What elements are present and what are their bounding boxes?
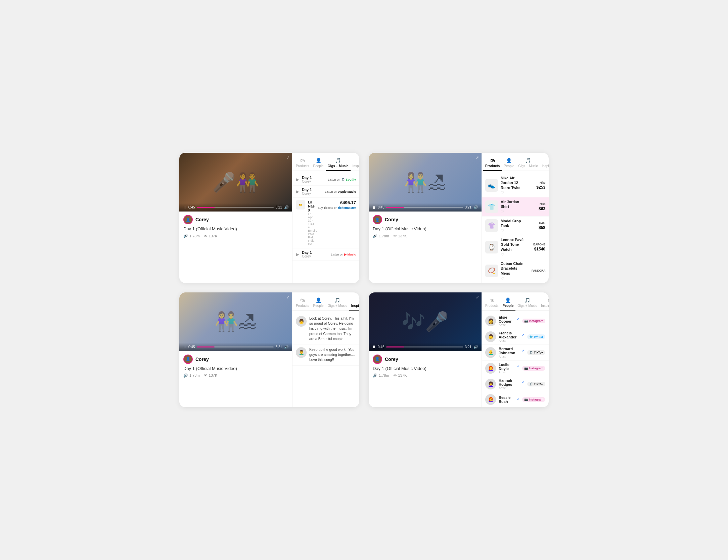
pause-button[interactable]: ⏸ xyxy=(183,205,186,209)
tab-label-products: Products xyxy=(485,304,498,308)
play-stat: 🔊1.78m xyxy=(183,234,200,238)
social-badge[interactable]: 📷 Instagram xyxy=(522,319,545,323)
gig-artist: Lil Nas X xyxy=(308,200,315,212)
tab-label-gigs_music: Gigs + Music xyxy=(517,304,537,308)
person-avatar: 👩 xyxy=(485,316,496,326)
product-wishlist-icon[interactable]: ♡ xyxy=(501,210,526,214)
tab-inspirations[interactable]: ⚙Inspirations xyxy=(351,156,359,171)
social-badge[interactable]: 🐦 Twitter xyxy=(527,334,545,339)
person-item[interactable]: 👩‍🦰Lucile Doyle✓Artist📷 Instagram xyxy=(482,361,549,376)
video-area[interactable]: ⤢🎤👫⏸0:453:21🔊 xyxy=(179,153,292,212)
person-item[interactable]: 👩Elsie Cooper✓Artist📷 Instagram xyxy=(482,313,549,329)
tab-people[interactable]: 👤People xyxy=(500,296,515,311)
tab-products[interactable]: 🛍Products xyxy=(483,156,502,171)
product-wishlist-icon[interactable]: ♡ xyxy=(501,191,526,195)
card-right-section: 🛍Products👤People🎵Gigs + Music⚙Inspiratio… xyxy=(482,153,549,283)
product-wishlist-icon[interactable]: ♡ xyxy=(501,276,526,281)
progress-bar[interactable] xyxy=(386,346,463,347)
card-info: 👤CoreyDay 1 (Official Music Video)🔊1.78m… xyxy=(369,212,482,242)
product-name: Air Jordan Shirt xyxy=(501,199,526,209)
music-item[interactable]: ▶Day 1CoreyListen on Apple Music xyxy=(292,186,359,198)
person-name: Elsie Cooper✓ xyxy=(499,315,519,323)
product-name: Nike Air Jordan 12 Retro Twist xyxy=(501,176,526,190)
listen-label: Listen on xyxy=(325,190,337,193)
person-name: Lucile Doyle✓ xyxy=(499,363,519,371)
volume-icon[interactable]: 🔊 xyxy=(284,205,289,209)
person-name-text: Francis Alexander xyxy=(499,331,521,339)
product-brand-price: BARONS$1540 xyxy=(529,243,545,251)
volume-icon[interactable]: 🔊 xyxy=(473,345,478,349)
video-title: Day 1 (Official Music Video) xyxy=(183,226,288,231)
tab-people[interactable]: 👤People xyxy=(502,156,516,171)
person-item[interactable]: 👩‍🦱Hannah Hodges✓Artist🎵 TikTok xyxy=(482,376,549,392)
social-badge[interactable]: 🎵 TikTok xyxy=(527,350,545,355)
person-role: Artist xyxy=(499,339,525,342)
tab-inspirations[interactable]: ⚙Inspirations xyxy=(349,296,359,311)
product-item[interactable]: 👟Nike Air Jordan 12 Retro Twist♡Nike$253 xyxy=(482,174,549,197)
tab-inspirations[interactable]: ⚙Inspirations xyxy=(539,296,549,311)
avatar[interactable]: 👤 xyxy=(183,355,193,364)
progress-fill xyxy=(386,207,404,208)
product-wishlist-icon[interactable]: ♡ xyxy=(501,252,526,257)
person-info: Lucile Doyle✓Artist xyxy=(499,363,519,374)
time-end: 3:21 xyxy=(276,205,282,209)
tab-products[interactable]: 🛍Products xyxy=(294,156,311,171)
progress-bar[interactable] xyxy=(197,346,273,347)
progress-bar[interactable] xyxy=(197,207,273,208)
gig-price: £495.17 xyxy=(340,200,356,205)
social-badge[interactable]: 📷 Instagram xyxy=(522,366,545,371)
gig-action[interactable]: £495.17Buy Tickets on ticketmaster xyxy=(318,200,356,209)
card-info-row: 👤Corey xyxy=(373,215,477,224)
play-music-icon: ▶ xyxy=(296,252,299,257)
tab-label-people: People xyxy=(504,164,514,168)
music-action[interactable]: Listen on Apple Music xyxy=(325,190,356,193)
music-item[interactable]: ▶Day 1CoreyListen on▶ Music xyxy=(292,248,359,261)
avatar[interactable]: 👤 xyxy=(373,215,382,224)
music-item[interactable]: ▶Day 1CoreyListen on🎵 Spotify xyxy=(292,174,359,186)
buy-tickets-button[interactable]: Buy Tickets on ticketmaster xyxy=(318,206,356,209)
inspiration-text: Look at Corey. This a hit. I'm so proud … xyxy=(309,316,356,341)
social-badge[interactable]: 🎵 TikTok xyxy=(527,382,545,386)
social-badge[interactable]: 📷 Instagram xyxy=(522,397,545,402)
video-area[interactable]: ⤢👫🏖⏸0:453:21🔊 xyxy=(179,292,292,351)
video-area[interactable]: ⤢👫🏖⏸0:453:21🔊 xyxy=(369,153,482,212)
product-item[interactable]: 👚Modal Crop Tank♡D&G$58 xyxy=(482,217,549,236)
play-count: 1.78m xyxy=(189,373,200,377)
volume-icon[interactable]: 🔊 xyxy=(284,345,289,349)
ticketmaster-link[interactable]: ticketmaster xyxy=(338,206,356,209)
product-item[interactable]: 👕Air Jordan Shirt♡Nike$63 xyxy=(482,197,549,217)
tab-products[interactable]: 🛍Products xyxy=(294,296,311,311)
volume-icon[interactable]: 🔊 xyxy=(473,205,478,209)
avatar[interactable]: 👤 xyxy=(183,215,193,224)
tab-inspirations[interactable]: ⚙Inspirations xyxy=(540,156,549,171)
tab-people[interactable]: 👤People xyxy=(311,296,325,311)
product-wishlist-icon[interactable]: ♡ xyxy=(501,229,526,233)
tab-icon-inspirations: ⚙ xyxy=(359,158,359,163)
music-action[interactable]: Listen on▶ Music xyxy=(331,253,356,256)
product-item[interactable]: 📿Cuban Chain Bracelets Mens♡PANDORA xyxy=(482,259,549,283)
pause-button[interactable]: ⏸ xyxy=(372,345,376,349)
tab-products[interactable]: 🛍Products xyxy=(483,296,500,311)
person-item[interactable]: 👩‍🦰Bessie Bush✓📷 Instagram xyxy=(482,392,549,407)
avatar[interactable]: 👤 xyxy=(373,355,382,364)
person-name-text: Hannah Hodges xyxy=(499,378,521,386)
verified-badge: ✓ xyxy=(522,333,525,337)
person-item[interactable]: 👨‍🦲Bernard Johnston✓Artist🎵 TikTok xyxy=(482,345,549,361)
tab-people[interactable]: 👤People xyxy=(311,156,325,171)
product-item[interactable]: ⌚Lennox Pavé Gold-Tone Watch♡BARONS$1540 xyxy=(482,235,549,259)
progress-bar[interactable] xyxy=(386,207,463,208)
tab-gigs_music[interactable]: 🎵Gigs + Music xyxy=(326,296,349,311)
video-overlay: ⏸0:453:21🔊 xyxy=(369,343,482,351)
tab-gigs_music[interactable]: 🎵Gigs + Music xyxy=(515,296,539,311)
tab-icon-products: 🛍 xyxy=(300,297,305,303)
tab-gigs_music[interactable]: 🎵Gigs + Music xyxy=(326,156,351,171)
video-area[interactable]: ⤢🎶🎤⏸0:453:21🔊 xyxy=(369,292,482,351)
person-item[interactable]: 👨Francis Alexander✓Artist🐦 Twitter xyxy=(482,329,549,345)
tab-gigs_music[interactable]: 🎵Gigs + Music xyxy=(516,156,540,171)
gig-item[interactable]: 🎫Lil Nas XFri, Apr 10 · TBD at Empire Po… xyxy=(292,198,359,248)
pause-button[interactable]: ⏸ xyxy=(183,345,186,349)
person-role: Artist xyxy=(499,371,519,374)
pause-button[interactable]: ⏸ xyxy=(372,205,376,209)
music-action[interactable]: Listen on🎵 Spotify xyxy=(328,178,356,181)
play-icon: 🔊 xyxy=(373,373,377,378)
